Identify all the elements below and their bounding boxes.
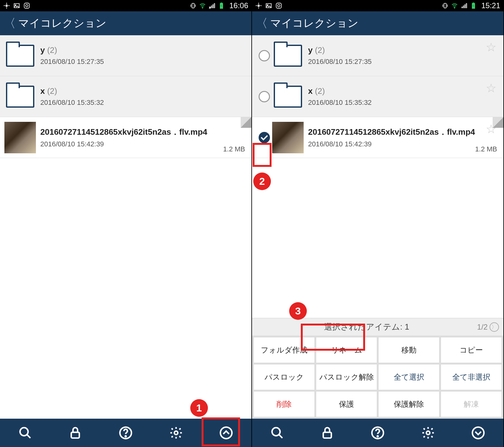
screen-left: x 16:06 〈 マイコレクション y (2) 2016/08/10 15:2…: [0, 0, 252, 447]
item-count: (2): [315, 86, 325, 96]
wifi-icon: [451, 2, 458, 9]
svg-rect-21: [444, 3, 446, 8]
action-passlock[interactable]: パスロック: [254, 365, 314, 390]
battery-icon: [218, 2, 225, 9]
item-name: x: [308, 86, 312, 96]
list-item[interactable]: 20160727114512865xkvj62it5n2as．flv.mp4 2…: [252, 117, 503, 158]
list-item[interactable]: x (2) 2016/08/10 15:35:32 ☆: [252, 76, 503, 117]
action-move[interactable]: 移動: [379, 337, 439, 363]
back-icon[interactable]: 〈: [256, 15, 268, 31]
header-title: マイコレクション: [270, 16, 358, 31]
earmark-icon: [493, 117, 503, 128]
camera-icon: [275, 2, 282, 9]
gps-icon: [3, 2, 10, 9]
action-select-all[interactable]: 全て選択: [379, 365, 439, 390]
svg-point-16: [258, 5, 260, 7]
chevron-right-icon[interactable]: 〉: [490, 322, 499, 332]
earmark-icon: [241, 117, 251, 128]
image-icon: [265, 2, 272, 9]
star-icon[interactable]: ☆: [486, 40, 496, 54]
action-extract: 解凍: [441, 392, 501, 417]
svg-point-14: [174, 431, 178, 435]
nav-lock[interactable]: [50, 419, 101, 447]
nav-search[interactable]: [252, 419, 302, 447]
wifi-icon: [199, 2, 206, 9]
callout-badge-1: 1: [190, 399, 208, 417]
app-header[interactable]: 〈 マイコレクション: [0, 11, 251, 35]
action-protect[interactable]: 保護: [316, 392, 377, 417]
status-bar: 15:21: [252, 0, 503, 11]
signal-icon: x: [209, 2, 215, 9]
action-passlock-remove[interactable]: パスロック解除: [316, 365, 377, 390]
item-name: 20160727114512865xkvj62it5n2as．flv.mp4: [40, 127, 247, 138]
nav-lock[interactable]: [302, 419, 353, 447]
svg-point-4: [26, 4, 28, 7]
nav-settings[interactable]: [151, 419, 201, 447]
item-size: 1.2 MB: [223, 145, 245, 153]
list-item[interactable]: 20160727114512865xkvj62it5n2as．flv.mp4 2…: [0, 117, 251, 158]
callout-highlight-1: [202, 417, 240, 446]
svg-point-30: [472, 427, 484, 439]
item-name: y: [40, 45, 45, 55]
status-bar: x 16:06: [0, 0, 251, 11]
app-header[interactable]: 〈 マイコレクション: [252, 11, 503, 35]
svg-point-13: [125, 436, 126, 437]
vibrate-icon: [442, 2, 449, 9]
list-item[interactable]: y (2) 2016/08/10 15:27:35: [0, 35, 251, 76]
screen-right: 15:21 〈 マイコレクション y (2) 2016/08/10 15:27:…: [252, 0, 504, 447]
svg-rect-9: [220, 3, 222, 3]
action-grid: フォルダ作成 リネーム 移動 コピー パスロック パスロック解除 全て選択 全て…: [252, 336, 503, 419]
nav-help[interactable]: [100, 419, 151, 447]
svg-point-20: [278, 4, 280, 7]
nav-search[interactable]: [0, 419, 50, 447]
nav-settings[interactable]: [403, 419, 453, 447]
list-item[interactable]: y (2) 2016/08/10 15:27:35 ☆: [252, 35, 503, 76]
item-date: 2016/08/10 15:42:39: [308, 140, 483, 148]
checkbox-checked[interactable]: [259, 132, 270, 143]
callout-highlight-2: [253, 143, 272, 167]
folder-icon: [274, 45, 302, 67]
star-icon[interactable]: ☆: [486, 81, 496, 95]
svg-point-28: [377, 436, 378, 437]
list-item[interactable]: x (2) 2016/08/10 15:35:32: [0, 76, 251, 117]
nav-collapse[interactable]: [453, 419, 503, 447]
action-delete[interactable]: 削除: [254, 392, 314, 417]
svg-text:x: x: [209, 6, 211, 9]
svg-rect-5: [192, 3, 194, 8]
video-thumbnail: [272, 122, 304, 153]
callout-badge-3: 3: [289, 302, 307, 320]
back-icon[interactable]: 〈: [4, 15, 16, 31]
checkbox[interactable]: [259, 91, 270, 102]
checkbox[interactable]: [259, 50, 270, 61]
action-header: 選択されたアイテム: 1 1/2 〉: [252, 318, 503, 336]
item-count: (2): [315, 45, 325, 55]
item-date: 2016/08/10 15:27:35: [308, 58, 483, 66]
file-list: y (2) 2016/08/10 15:27:35 ☆ x (2) 2016/0…: [252, 35, 503, 318]
svg-rect-24: [472, 3, 474, 3]
vibrate-icon: [190, 2, 197, 9]
video-thumbnail: [4, 122, 36, 153]
svg-point-29: [426, 431, 430, 435]
page-indicator: 1/2 〉: [477, 322, 499, 332]
folder-icon: [6, 45, 34, 67]
item-date: 2016/08/10 15:27:35: [40, 58, 247, 66]
svg-rect-11: [72, 432, 80, 438]
svg-point-25: [272, 428, 280, 436]
callout-highlight-3: [301, 324, 365, 351]
folder-icon: [6, 86, 34, 108]
nav-help[interactable]: [352, 419, 403, 447]
item-date: 2016/08/10 15:42:39: [40, 140, 247, 148]
folder-icon: [274, 86, 302, 108]
item-count: (2): [47, 86, 57, 96]
file-list: y (2) 2016/08/10 15:27:35 x (2) 2016/08/…: [0, 35, 251, 419]
signal-icon: [461, 2, 467, 9]
svg-point-6: [202, 8, 203, 8]
item-count: (2): [47, 45, 57, 55]
callout-badge-2: 2: [253, 173, 271, 190]
action-deselect-all[interactable]: 全て非選択: [441, 365, 501, 390]
bottom-nav: [252, 419, 503, 447]
action-unprotect[interactable]: 保護解除: [379, 392, 439, 417]
item-size: 1.2 MB: [475, 145, 497, 153]
action-copy[interactable]: コピー: [441, 337, 501, 363]
svg-point-22: [454, 8, 455, 8]
